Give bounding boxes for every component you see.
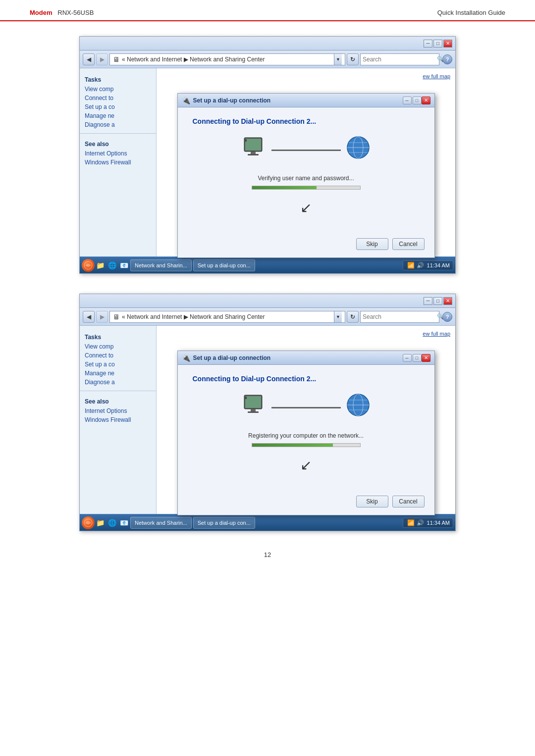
map-link-2[interactable]: ew full map xyxy=(423,331,450,337)
dialog-titlebar-btns-1: ─ □ ✕ xyxy=(402,97,430,104)
quicklaunch-2[interactable]: 🌐 xyxy=(107,259,117,271)
dialog-footer-1: Skip Cancel xyxy=(178,233,434,257)
dialog-content-1: Connecting to Dial-up Connection 2... xyxy=(178,107,434,233)
quicklaunch-6[interactable]: 📧 xyxy=(118,517,129,529)
taskbar-network-btn-1[interactable]: Network and Sharin... xyxy=(130,259,192,271)
sidebar-link-managene-1[interactable]: Manage ne xyxy=(80,111,156,120)
sidebar-link-connectto-1[interactable]: Connect to xyxy=(80,94,156,102)
quicklaunch-4[interactable]: 📁 xyxy=(95,517,106,529)
main-area-1: ew full map 🔌 Set up a dial-up connectio… xyxy=(157,68,455,256)
taskbar-tray-2: 📶 🔊 11:34 AM xyxy=(403,518,453,528)
sidebar-link-diagnosea-1[interactable]: Diagnose a xyxy=(80,120,156,129)
computer-icon-2 xyxy=(242,394,267,421)
dialog-minimize-btn-1[interactable]: ─ xyxy=(403,97,412,104)
back-btn-1[interactable]: ◀ xyxy=(83,53,95,65)
search-input-2[interactable] xyxy=(363,313,437,320)
map-link-1[interactable]: ew full map xyxy=(423,73,450,79)
back-btn-2[interactable]: ◀ xyxy=(83,311,95,323)
sidebar-1: Tasks View comp Connect to Set up a co M… xyxy=(80,68,157,256)
svg-rect-13 xyxy=(244,397,247,399)
address-bar-1: 🖥 « Network and Internet ▶ Network and S… xyxy=(109,53,345,65)
dialog-restore-btn-2[interactable]: □ xyxy=(413,354,422,362)
cursor-area-1: ↙ xyxy=(193,200,420,216)
svg-rect-2 xyxy=(244,139,247,142)
dialog-titlebar-btns-2: ─ □ ✕ xyxy=(402,354,430,362)
help-btn-2[interactable]: ? xyxy=(442,312,452,322)
page-number: 12 xyxy=(30,551,505,573)
cancel-button-2[interactable]: Cancel xyxy=(392,496,425,507)
taskbar-dialup-btn-1[interactable]: Set up a dial-up con... xyxy=(193,259,255,271)
sidebar-link-internetoptions-2[interactable]: Internet Options xyxy=(80,406,156,415)
maximize-btn-1[interactable]: □ xyxy=(433,40,442,48)
svg-rect-14 xyxy=(251,409,256,411)
close-btn-2[interactable]: ✕ xyxy=(443,297,452,305)
cancel-button-1[interactable]: Cancel xyxy=(392,238,425,250)
sidebar-link-windowsfirewall-2[interactable]: Windows Firewall xyxy=(80,415,156,424)
sidebar-link-setupco-1[interactable]: Set up a co xyxy=(80,102,156,111)
taskbar-time-1: 11:34 AM xyxy=(427,262,450,268)
minimize-btn-1[interactable]: ─ xyxy=(424,40,432,48)
dialog-title-text-1: Set up a dial-up connection xyxy=(193,97,402,104)
forward-btn-1[interactable]: ▶ xyxy=(96,53,108,65)
taskbar-network-btn-2[interactable]: Network and Sharin... xyxy=(130,517,192,529)
dialog-title-text-2: Set up a dial-up connection xyxy=(193,354,402,361)
sidebar-link-viewcomp-2[interactable]: View comp xyxy=(80,342,156,351)
dialog-icon-1: 🔌 xyxy=(182,97,190,104)
search-box-1[interactable]: 🔍 xyxy=(360,53,439,65)
explorer-window-1: ─ □ ✕ ◀ ▶ 🖥 « Network and Internet ▶ Net… xyxy=(79,36,456,274)
sidebar-2: Tasks View comp Connect to Set up a co M… xyxy=(80,326,157,514)
maximize-btn-2[interactable]: □ xyxy=(433,297,442,305)
cursor-area-2: ↙ xyxy=(193,457,420,473)
address-dropdown-2[interactable]: ▼ xyxy=(334,311,342,322)
dialog-close-btn-2[interactable]: ✕ xyxy=(422,354,430,362)
globe-icon-2 xyxy=(346,393,371,422)
taskbar-dialup-btn-2[interactable]: Set up a dial-up con... xyxy=(193,517,255,529)
dialog-close-btn-1[interactable]: ✕ xyxy=(422,97,430,104)
tray-vol-icon-2: 🔊 xyxy=(417,519,424,526)
taskbar-1: 📁 🌐 📧 Network and Sharin... Set up a dia… xyxy=(80,256,455,273)
sidebar-link-diagnosea-2[interactable]: Diagnose a xyxy=(80,378,156,387)
sidebar-link-connectto-2[interactable]: Connect to xyxy=(80,351,156,360)
sidebar-link-internetoptions-1[interactable]: Internet Options xyxy=(80,149,156,158)
taskbar-time-2: 11:34 AM xyxy=(427,520,450,526)
dialog-minimize-btn-2[interactable]: ─ xyxy=(403,354,412,362)
close-btn-1[interactable]: ✕ xyxy=(443,40,452,48)
sidebar-link-managene-2[interactable]: Manage ne xyxy=(80,369,156,378)
forward-btn-2[interactable]: ▶ xyxy=(96,311,108,323)
connection-line-1 xyxy=(271,150,341,151)
taskbar-tray-1: 📶 🔊 11:34 AM xyxy=(403,260,453,270)
address-dropdown-1[interactable]: ▼ xyxy=(334,54,342,65)
help-btn-1[interactable]: ? xyxy=(442,54,452,64)
taskbar-orb-2[interactable] xyxy=(82,516,95,529)
explorer-window-2: ─ □ ✕ ◀ ▶ 🖥 « Network and Internet ▶ Net… xyxy=(79,294,456,531)
progress-bar-container-1 xyxy=(252,186,361,190)
quicklaunch-3[interactable]: 📧 xyxy=(118,259,129,271)
skip-button-1[interactable]: Skip xyxy=(356,238,388,250)
progress-bar-container-2 xyxy=(252,443,361,447)
refresh-btn-2[interactable]: ↻ xyxy=(347,311,359,323)
skip-button-2[interactable]: Skip xyxy=(356,496,388,507)
dialog-content-2: Connecting to Dial-up Connection 2... xyxy=(178,365,434,491)
refresh-btn-1[interactable]: ↻ xyxy=(347,53,359,65)
sidebar-link-setupco-2[interactable]: Set up a co xyxy=(80,360,156,369)
sidebar-tasks-title-2: Tasks xyxy=(80,331,156,342)
search-box-2[interactable]: 🔍 xyxy=(360,311,439,323)
sidebar-tasks-title-1: Tasks xyxy=(80,73,156,85)
dialog-restore-btn-1[interactable]: □ xyxy=(413,97,422,104)
sidebar-link-viewcomp-1[interactable]: View comp xyxy=(80,85,156,94)
search-input-1[interactable] xyxy=(363,56,437,63)
minimize-btn-2[interactable]: ─ xyxy=(424,297,432,305)
sidebar-link-windowsfirewall-1[interactable]: Windows Firewall xyxy=(80,158,156,167)
doc-header: Modem RNX-56USB Quick Installation Guide xyxy=(0,0,535,21)
taskbar-orb-1[interactable] xyxy=(82,259,95,272)
progress-bar-fill-2 xyxy=(252,444,333,447)
tray-network-icon-1: 📶 xyxy=(407,262,415,269)
breadcrumb-icon-1: 🖥 xyxy=(113,55,120,63)
dialup-dialog-2: 🔌 Set up a dial-up connection ─ □ ✕ Conn… xyxy=(177,351,435,515)
quicklaunch-1[interactable]: 📁 xyxy=(95,259,106,271)
computer-icon-1 xyxy=(242,137,267,163)
connection-line-2 xyxy=(271,407,341,408)
quicklaunch-5[interactable]: 🌐 xyxy=(107,517,117,529)
explorer-body-1: Tasks View comp Connect to Set up a co M… xyxy=(80,68,455,256)
explorer-body-2: Tasks View comp Connect to Set up a co M… xyxy=(80,326,455,514)
